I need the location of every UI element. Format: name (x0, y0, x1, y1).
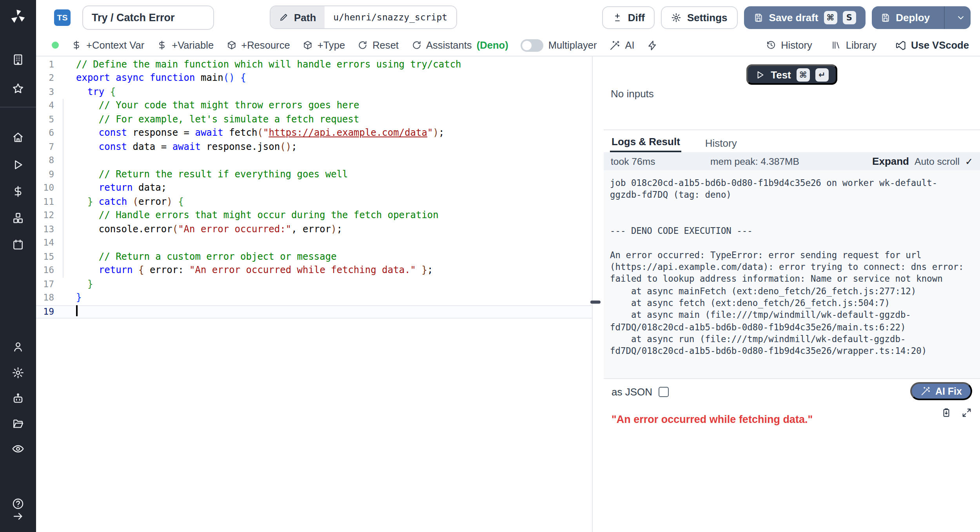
workspace-building-icon[interactable] (12, 53, 24, 66)
history-button[interactable]: History (766, 39, 812, 51)
tab-history[interactable]: History (704, 133, 739, 152)
code-text (54, 154, 76, 168)
expand-arrow-icon[interactable] (12, 510, 24, 523)
code-line-5[interactable]: 5 // For example, let's simulate a fetch… (36, 113, 592, 126)
plus-minus-icon (612, 12, 622, 22)
split-drag-handle[interactable] (590, 301, 601, 304)
text-cursor (76, 305, 77, 316)
deploy-button[interactable]: Deploy (871, 6, 971, 29)
test-button[interactable]: Test ⌘ ↵ (746, 64, 837, 85)
code-line-14[interactable]: 14 (36, 236, 592, 250)
settings-gear-icon[interactable] (12, 366, 24, 379)
copy-clipboard-icon[interactable] (941, 407, 952, 418)
schedules-calendar-icon[interactable] (12, 239, 24, 251)
line-number: 3 (36, 85, 54, 99)
code-text (54, 305, 77, 319)
variable-label: +Variable (172, 39, 214, 51)
code-line-12[interactable]: 12 // Handle errors that might occur dur… (36, 209, 592, 222)
variables-dollar-icon[interactable] (12, 185, 24, 198)
add-context-var-button[interactable]: +Context Var (71, 39, 144, 51)
resources-boxes-icon[interactable] (12, 212, 24, 224)
enter-key-badge: ↵ (815, 68, 829, 81)
sidebar (0, 0, 36, 532)
library-icon (831, 40, 841, 50)
code-line-13[interactable]: 13 console.error("An error occurred:", e… (36, 222, 592, 236)
code-line-4[interactable]: 4 // Your code that might throw errors g… (36, 99, 592, 113)
result-section: as JSON AI Fix "An error occurred while … (604, 378, 980, 532)
log-output[interactable]: job 018c20cd-a1b5-bd6b-0d80-f1b9d4c35e26… (604, 170, 980, 378)
code-text: const data = await response.json(); (54, 140, 297, 154)
audit-eye-icon[interactable] (12, 443, 24, 455)
multiplayer-label: Multiplayer (548, 39, 597, 51)
deploy-dropdown[interactable] (950, 6, 971, 29)
autoscroll-label[interactable]: Auto scroll (915, 156, 960, 167)
favorites-star-icon[interactable] (12, 82, 24, 95)
code-text: return { error: "An error occurred while… (54, 264, 433, 277)
code-line-7[interactable]: 7 const data = await response.json(); (36, 140, 592, 154)
save-draft-button[interactable]: Save draft ⌘ S (744, 6, 866, 29)
toggle-knob (523, 40, 532, 50)
workers-robot-icon[interactable] (12, 392, 24, 405)
tab-logs-result[interactable]: Logs & Result (610, 131, 682, 152)
path-label: Path (294, 11, 316, 23)
code-text: // Return the result if everything goes … (54, 168, 348, 181)
ai-fix-button[interactable]: AI Fix (910, 382, 972, 400)
multiplayer-toggle-group: Multiplayer (521, 39, 597, 51)
code-text: // Handle errors that might occur during… (54, 209, 439, 222)
folders-icon[interactable] (12, 417, 24, 430)
panel-divider (592, 56, 593, 532)
expand-button[interactable]: Expand (872, 155, 909, 167)
settings-button[interactable]: Settings (661, 6, 738, 29)
script-title-input[interactable]: Try / Catch Error (82, 5, 214, 29)
ai-button[interactable]: AI (609, 39, 634, 51)
line-number: 12 (36, 209, 54, 222)
home-icon[interactable] (12, 131, 24, 144)
runs-play-icon[interactable] (12, 159, 24, 171)
autoscroll-checkmark[interactable]: ✓ (965, 156, 973, 167)
code-line-8[interactable]: 8 (36, 154, 592, 168)
code-line-2[interactable]: 2export async function main() { (36, 71, 592, 85)
wand-icon (609, 40, 620, 51)
cmd-key-badge: ⌘ (797, 68, 810, 81)
code-line-9[interactable]: 9 // Return the result if everything goe… (36, 168, 592, 181)
assistants-button[interactable]: Assistants (Deno) (411, 39, 508, 51)
help-circle-icon[interactable] (12, 497, 24, 510)
resource-label: +Resource (241, 39, 290, 51)
use-vscode-label: Use VScode (911, 39, 969, 51)
path-edit-button[interactable]: Path (270, 6, 325, 28)
code-line-1[interactable]: 1// Define the main function which will … (36, 58, 592, 71)
as-json-checkbox[interactable] (659, 387, 669, 397)
reset-button[interactable]: Reset (358, 39, 399, 51)
use-vscode-button[interactable]: Use VScode (895, 39, 969, 51)
header: TS Try / Catch Error Path u/henri/snazzy… (36, 0, 980, 35)
line-number: 14 (36, 236, 54, 250)
code-editor[interactable]: 1// Define the main function which will … (36, 56, 592, 532)
package-icon (226, 40, 236, 50)
library-button[interactable]: Library (831, 39, 877, 51)
maximize-icon[interactable] (961, 407, 972, 418)
save-icon (880, 12, 890, 22)
user-icon[interactable] (12, 341, 24, 353)
code-lines[interactable]: 1// Define the main function which will … (36, 56, 592, 319)
add-variable-button[interactable]: +Variable (157, 39, 214, 51)
diff-button[interactable]: Diff (602, 6, 655, 29)
test-row: Test ⌘ ↵ (604, 64, 980, 85)
path-value[interactable]: u/henri/snazzy_script (325, 6, 456, 28)
code-line-16[interactable]: 16 return { error: "An error occurred wh… (36, 264, 592, 277)
cmd-key-badge: ⌘ (824, 11, 837, 24)
code-line-3[interactable]: 3 try { (36, 85, 592, 99)
deploy-label: Deploy (896, 11, 930, 23)
code-line-19[interactable]: 19 (36, 305, 592, 319)
code-line-11[interactable]: 11 } catch (error) { (36, 195, 592, 209)
add-type-button[interactable]: +Type (303, 39, 345, 51)
path-group[interactable]: Path u/henri/snazzy_script (270, 5, 457, 29)
code-line-6[interactable]: 6 const response = await fetch("https://… (36, 126, 592, 140)
code-line-18[interactable]: 18} (36, 291, 592, 305)
trigger-button[interactable] (647, 40, 658, 51)
code-line-15[interactable]: 15 // Return a custom error object or me… (36, 250, 592, 264)
windmill-logo-icon[interactable] (9, 8, 27, 25)
code-line-17[interactable]: 17 } (36, 277, 592, 291)
multiplayer-toggle[interactable] (521, 39, 544, 51)
add-resource-button[interactable]: +Resource (226, 39, 290, 51)
code-line-10[interactable]: 10 return data; (36, 181, 592, 195)
